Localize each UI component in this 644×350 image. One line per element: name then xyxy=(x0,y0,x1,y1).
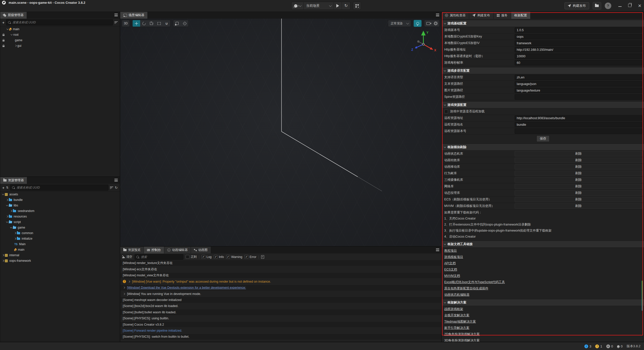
log-row[interactable]: ! [Window] render_texture文件夹存在 xyxy=(120,260,441,266)
lock-icon[interactable] xyxy=(3,34,5,36)
console-tab[interactable]: 动画图 xyxy=(191,247,211,253)
expand-arrow-icon[interactable] xyxy=(10,34,13,35)
save-button[interactable]: 保存 xyxy=(537,136,549,142)
filter-icon[interactable] xyxy=(110,187,113,189)
field-input[interactable] xyxy=(515,94,642,100)
expand-arrow-icon[interactable] xyxy=(5,221,9,223)
menu-item[interactable] xyxy=(37,9,42,10)
log-filter-checkbox[interactable]: Log xyxy=(202,255,212,259)
doc-link[interactable]: MVVM文档 xyxy=(442,273,644,279)
panel-menu-icon[interactable] xyxy=(114,14,118,16)
camera-settings-button[interactable] xyxy=(424,20,432,27)
log-row[interactable]: ! [Scene] [PHYSICS2D]: switch from box2d… xyxy=(120,340,441,342)
notification-count[interactable]: 0 xyxy=(617,344,623,348)
remove-button[interactable]: 剔除 xyxy=(515,158,642,163)
menu-item[interactable] xyxy=(22,9,27,10)
log-row[interactable]: ! [Scene] Cocos Creator v3.8.2 xyxy=(120,322,441,328)
log-row[interactable]: ! [Scene] [bullet]:bullet wasm lib loade… xyxy=(120,309,441,315)
remove-button[interactable]: 剔除 xyxy=(515,171,642,176)
expand-arrow-icon[interactable] xyxy=(1,254,5,256)
assets-search-input[interactable] xyxy=(16,186,106,190)
section-header[interactable]: 游戏资源配置 xyxy=(442,101,644,108)
field-input[interactable]: http://localhost:8083/assets/bundle xyxy=(515,115,642,121)
tree-node[interactable]: assets xyxy=(0,192,120,197)
field-input[interactable] xyxy=(515,128,642,134)
console-search[interactable] xyxy=(135,254,183,260)
scene-light-toggle[interactable] xyxy=(414,20,422,27)
expand-arrow-icon[interactable] xyxy=(13,232,17,234)
minimize-button[interactable] xyxy=(618,6,622,7)
hierarchy-search-input[interactable] xyxy=(12,20,111,24)
coordinate-button[interactable] xyxy=(181,20,188,27)
filter-icon[interactable] xyxy=(114,21,118,24)
panel-menu-icon[interactable] xyxy=(436,248,439,251)
expand-arrow-icon[interactable] xyxy=(1,194,5,195)
console-tab[interactable]: 资源预览 xyxy=(120,247,144,253)
tree-node[interactable]: bundle xyxy=(0,197,120,203)
tree-node[interactable]: main xyxy=(0,247,120,252)
field-input[interactable]: bundle xyxy=(515,122,642,127)
expand-arrow-icon[interactable] xyxy=(5,205,9,206)
log-row[interactable]: ! [Window] Download the Vue Devtools ext… xyxy=(120,285,441,291)
tree-node[interactable]: root xyxy=(0,32,120,37)
create-node-button[interactable]: + xyxy=(2,21,5,24)
section-header[interactable]: 游戏基础配置 xyxy=(442,20,644,27)
rect-tool-button[interactable] xyxy=(155,20,163,27)
inspector-tab[interactable]: 服务 xyxy=(494,12,511,19)
log-filter-checkbox[interactable]: Error xyxy=(245,255,256,259)
field-input[interactable]: language/texture xyxy=(515,88,642,93)
help-button[interactable]: ? xyxy=(605,3,611,9)
inspector-tab[interactable]: 构建发布 xyxy=(469,12,494,19)
tree-node[interactable]: internal xyxy=(0,252,120,258)
menu-item[interactable] xyxy=(27,9,32,10)
doc-link[interactable]: 战棋游戏框架 xyxy=(442,306,644,312)
play-button[interactable] xyxy=(334,2,342,10)
remove-button[interactable]: 剔除 xyxy=(515,164,642,169)
section-header[interactable]: 框架文档工具链接 xyxy=(442,241,644,248)
doc-link[interactable]: 原生包热更新配置自动生成插件 xyxy=(442,285,644,292)
render-mode-select[interactable]: 正常渲染 xyxy=(388,20,411,27)
doc-link[interactable]: 2D角色扮演游戏解决方案 xyxy=(442,331,644,337)
log-row[interactable]: ! [Scene] Forward render pipeline initia… xyxy=(120,328,441,334)
field-input[interactable]: 60 xyxy=(515,60,642,65)
tree-node[interactable]: oops-framework xyxy=(0,258,120,264)
tree-node[interactable]: script xyxy=(0,219,120,225)
expand-arrow-icon[interactable] xyxy=(13,238,17,239)
log-row[interactable]: ! [Scene] meshopt wasm decoder initializ… xyxy=(120,297,441,303)
doc-link[interactable]: 动画状态机编辑器 xyxy=(442,292,644,298)
doc-link[interactable]: 3D角色扮演游戏解决方案 xyxy=(442,337,644,342)
clear-console-button[interactable]: 清空 xyxy=(122,255,132,259)
menu-item[interactable] xyxy=(12,9,17,10)
doc-link[interactable]: API文档 xyxy=(442,260,644,267)
expand-arrow-icon[interactable] xyxy=(9,227,13,228)
menu-item[interactable] xyxy=(7,9,12,10)
menu-item[interactable] xyxy=(17,9,22,10)
sort-assets-button[interactable]: ⇅ xyxy=(6,186,9,189)
expand-chevron-icon[interactable] xyxy=(128,281,130,283)
error-count[interactable]: ✕ 0 xyxy=(606,344,613,348)
tree-node[interactable]: Main xyxy=(0,241,120,247)
info-count[interactable]: i 3 xyxy=(584,344,591,348)
doc-link[interactable]: Excel格式转Json文件与TypeScript代码工具 xyxy=(442,279,644,285)
field-input[interactable]: zh,en xyxy=(515,75,642,80)
lock-icon[interactable] xyxy=(3,46,5,47)
tree-node[interactable]: gui xyxy=(0,43,120,49)
pivot-button[interactable] xyxy=(173,20,181,27)
expand-arrow-icon[interactable] xyxy=(5,199,9,201)
create-asset-button[interactable]: + xyxy=(2,186,5,190)
tree-node[interactable]: main xyxy=(0,26,120,32)
field-input[interactable]: 10000 xyxy=(515,54,642,59)
tree-node[interactable]: game xyxy=(0,225,120,230)
preview-target-button[interactable] xyxy=(292,2,304,10)
doc-link[interactable]: ECS文档 xyxy=(442,267,644,273)
build-publish-button[interactable]: 构建发布 xyxy=(565,2,589,9)
panel-menu-icon[interactable] xyxy=(114,179,118,182)
doc-link[interactable]: 教程项目 xyxy=(442,248,644,254)
field-input[interactable]: 1.0.5 xyxy=(515,27,642,33)
section-header[interactable]: 框架解决方案 xyxy=(442,299,644,306)
menu-item[interactable] xyxy=(2,9,7,10)
panel-menu-icon[interactable] xyxy=(436,14,439,16)
log-row[interactable]: ! [Scene] [box2d]:box2d wasm lib loaded. xyxy=(120,303,441,309)
transform-tool-button[interactable]: ∪ xyxy=(163,20,170,27)
field-input[interactable]: language/json xyxy=(515,81,642,86)
